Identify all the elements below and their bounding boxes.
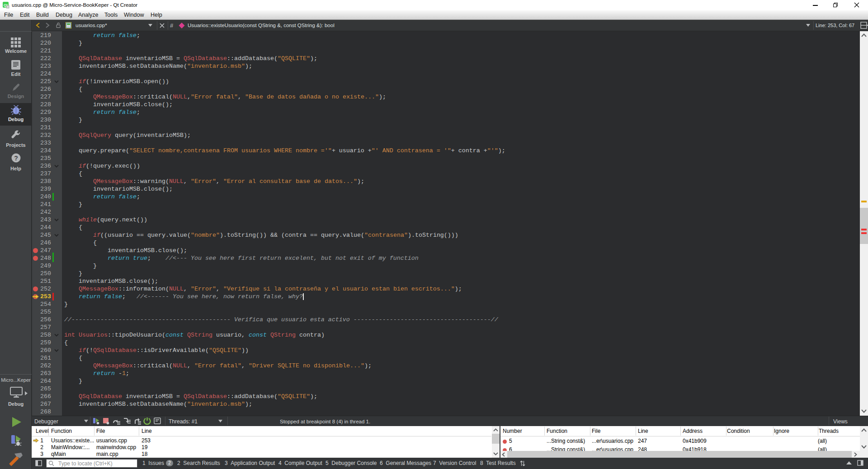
svg-text:?: ? — [14, 155, 18, 162]
